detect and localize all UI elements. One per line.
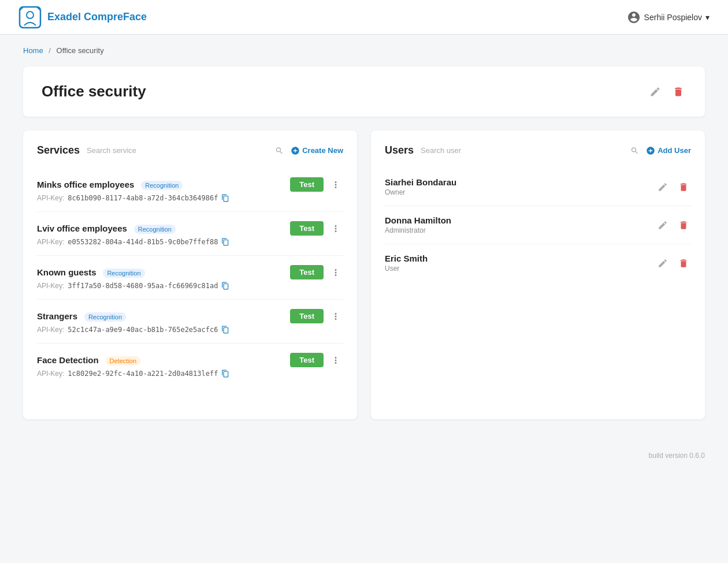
api-key-label: API-Key: — [37, 326, 64, 334]
test-service-button[interactable]: Test — [290, 221, 324, 236]
project-title: Office security — [42, 83, 146, 100]
user-actions — [655, 256, 691, 271]
more-vert-icon — [330, 311, 341, 322]
project-card: Office security — [23, 66, 705, 117]
trash-icon — [678, 182, 689, 192]
service-item: Minks office employees Recognition Test … — [37, 168, 343, 212]
svg-point-1 — [27, 12, 34, 18]
breadcrumb-home[interactable]: Home — [23, 46, 43, 55]
logo-text: Exadel CompreFace — [47, 11, 147, 23]
build-version: build version 0.6.0 — [649, 452, 705, 460]
create-new-button[interactable]: Create New — [291, 146, 343, 155]
more-options-button[interactable] — [328, 354, 343, 367]
copy-api-key-button[interactable] — [221, 194, 229, 202]
service-row: Minks office employees Recognition Test — [37, 177, 343, 192]
account-circle-icon — [627, 10, 641, 24]
copy-api-key-button[interactable] — [221, 326, 229, 334]
svg-rect-0 — [20, 7, 40, 28]
copy-api-key-button[interactable] — [221, 238, 229, 246]
trash-icon — [678, 220, 689, 230]
copy-icon — [221, 370, 229, 378]
copy-icon — [221, 238, 229, 246]
copy-icon — [221, 282, 229, 290]
header: Exadel CompreFace Serhii Pospielov ▾ — [0, 0, 728, 35]
service-info: Face Detection Detection — [37, 355, 140, 365]
users-panel-header: Users Add User — [385, 144, 691, 156]
api-key-row: API-Key: 1c8029e2-92fc-4a10-a221-2d0a481… — [37, 370, 343, 378]
edit-user-button[interactable] — [655, 218, 670, 233]
api-key-label: API-Key: — [37, 238, 64, 246]
user-menu[interactable]: Serhii Pospielov ▾ — [627, 10, 710, 24]
test-service-button[interactable]: Test — [290, 265, 324, 279]
api-key-value: 52c1c47a-a9e9-40ac-b81b-765e2e5acfc6 — [68, 326, 218, 334]
trash-icon — [678, 258, 689, 269]
more-vert-icon — [330, 267, 341, 278]
more-vert-icon — [330, 223, 341, 234]
search-service-input[interactable] — [87, 146, 273, 155]
api-key-label: API-Key: — [37, 370, 64, 378]
plus-circle-icon — [291, 146, 300, 155]
service-row: Known guests Recognition Test — [37, 265, 343, 279]
service-item: Strangers Recognition Test API-Key: 52c1… — [37, 300, 343, 344]
test-service-button[interactable]: Test — [290, 177, 324, 192]
api-key-row: API-Key: 52c1c47a-a9e9-40ac-b81b-765e2e5… — [37, 326, 343, 334]
service-name: Face Detection — [37, 355, 99, 365]
user-name: Siarhei Bondarau — [385, 177, 456, 187]
user-name: Eric Smith — [385, 253, 428, 263]
copy-api-key-button[interactable] — [221, 282, 229, 290]
api-key-label: API-Key: — [37, 282, 64, 290]
user-role: Administrator — [385, 226, 451, 234]
service-search-area — [87, 146, 284, 155]
delete-user-button[interactable] — [676, 180, 691, 195]
test-service-button[interactable]: Test — [290, 309, 324, 323]
service-badge: Recognition — [141, 181, 183, 190]
search-user-input[interactable] — [421, 146, 628, 155]
services-panel-title: Services — [37, 144, 80, 156]
user-role: User — [385, 264, 428, 273]
more-options-button[interactable] — [328, 222, 343, 235]
more-options-button[interactable] — [328, 310, 343, 323]
add-user-button[interactable]: Add User — [646, 146, 691, 155]
copy-icon — [221, 194, 229, 202]
edit-icon — [658, 182, 668, 192]
service-name: Known guests — [37, 267, 96, 277]
copy-icon — [221, 326, 229, 334]
service-row: Lviv office employees Recognition Test — [37, 221, 343, 236]
user-list: Siarhei Bondarau Owner Donna Hamilton Ad… — [385, 168, 691, 282]
copy-api-key-button[interactable] — [221, 370, 229, 378]
create-new-label: Create New — [302, 146, 343, 155]
service-badge: Recognition — [84, 312, 126, 322]
user-name: Donna Hamilton — [385, 215, 451, 225]
service-name: Strangers — [37, 311, 77, 321]
service-right: Test — [290, 309, 343, 323]
edit-project-button[interactable] — [647, 84, 663, 100]
user-item: Donna Hamilton Administrator — [385, 206, 691, 244]
delete-user-button[interactable] — [676, 218, 691, 233]
more-options-button[interactable] — [328, 266, 343, 279]
service-item: Face Detection Detection Test API-Key: 1… — [37, 344, 343, 387]
edit-user-button[interactable] — [655, 180, 670, 195]
edit-user-button[interactable] — [655, 256, 670, 271]
logo-icon — [18, 6, 42, 29]
trash-icon — [673, 86, 684, 98]
service-name: Lviv office employees — [37, 223, 127, 233]
delete-project-button[interactable] — [670, 84, 686, 100]
two-column-layout: Services Create New Mi — [23, 131, 705, 419]
service-right: Test — [290, 221, 343, 236]
service-right: Test — [290, 353, 343, 367]
api-key-value: 8c61b090-8117-4ab8-a72d-364cb364986f — [68, 194, 218, 202]
service-list: Minks office employees Recognition Test … — [37, 168, 343, 387]
service-info: Strangers Recognition — [37, 311, 126, 321]
more-options-button[interactable] — [328, 178, 343, 191]
api-key-value: e0553282-804a-414d-81b5-9c0be7ffef88 — [68, 238, 218, 246]
more-vert-icon — [330, 180, 341, 190]
logo-area: Exadel CompreFace — [18, 6, 147, 29]
edit-icon — [658, 258, 668, 269]
service-badge: Recognition — [134, 225, 176, 234]
api-key-row: API-Key: 3ff17a50-8d58-4680-95aa-fc66969… — [37, 282, 343, 290]
more-vert-icon — [330, 355, 341, 366]
user-item: Siarhei Bondarau Owner — [385, 168, 691, 206]
test-service-button[interactable]: Test — [290, 353, 324, 367]
delete-user-button[interactable] — [676, 256, 691, 271]
services-panel-header: Services Create New — [37, 144, 343, 156]
